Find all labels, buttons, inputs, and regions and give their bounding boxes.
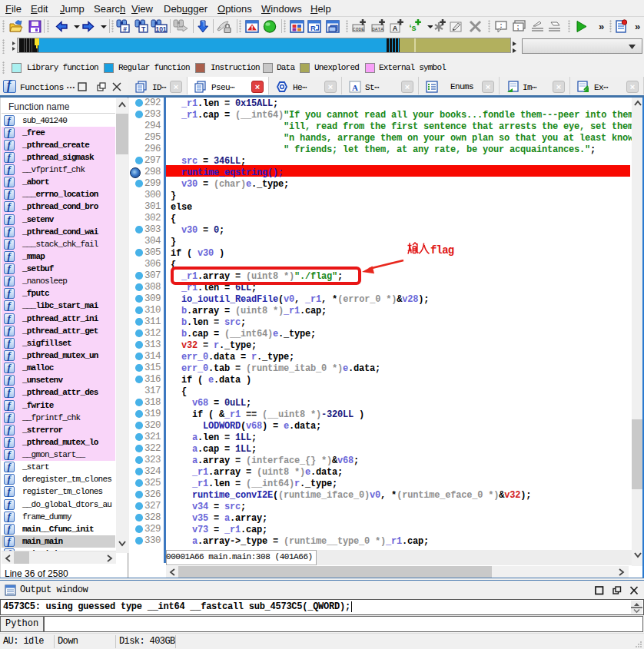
svg-text:DATA: DATA xyxy=(372,27,383,32)
svg-text:#: # xyxy=(123,25,127,33)
svg-text:‘s: ‘s xyxy=(409,23,416,32)
svg-text:CODE: CODE xyxy=(353,27,364,32)
svg-text:A: A xyxy=(352,83,358,92)
svg-text:»: » xyxy=(599,21,604,32)
svg-text::: : xyxy=(500,22,503,29)
svg-text:»: » xyxy=(635,21,640,32)
svg-text:;: ; xyxy=(517,23,520,31)
svg-text:101: 101 xyxy=(155,25,166,33)
svg-text:R: R xyxy=(310,24,316,32)
svg-text:T: T xyxy=(141,25,146,33)
svg-text:flag: flag xyxy=(430,244,454,257)
svg-text:A: A xyxy=(393,25,398,32)
